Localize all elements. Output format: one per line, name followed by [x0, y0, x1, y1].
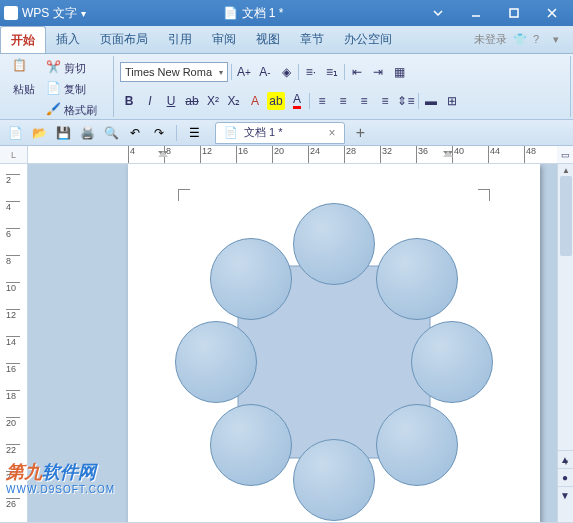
- quick-access-bar: 📄 📂 💾 🖨️ 🔍 ↶ ↷ ☰ 📄 文档 1 * × +: [0, 120, 573, 146]
- italic-button[interactable]: I: [141, 92, 159, 110]
- scroll-thumb-v[interactable]: [560, 176, 572, 256]
- border-button[interactable]: ▦: [390, 63, 408, 81]
- doc-tab-label: 文档 1 *: [244, 125, 283, 140]
- help-icon[interactable]: ?: [533, 33, 547, 47]
- close-button[interactable]: [535, 3, 569, 23]
- menu-item-5[interactable]: 视图: [246, 26, 290, 53]
- menu-item-7[interactable]: 办公空间: [334, 26, 402, 53]
- format-painter-button[interactable]: 🖌️ 格式刷: [46, 100, 97, 120]
- underline-button[interactable]: U: [162, 92, 180, 110]
- ruler-corner[interactable]: L: [0, 146, 28, 163]
- font-name-combo[interactable]: Times New Roma ▾: [120, 62, 228, 82]
- menu-item-1[interactable]: 插入: [46, 26, 90, 53]
- menu-dropdown-icon[interactable]: ▾: [553, 33, 567, 47]
- watermark-text: 第九软件网: [6, 462, 96, 482]
- copy-button[interactable]: 📄 复制: [46, 79, 97, 99]
- ruler-tick: 12: [200, 146, 212, 163]
- app-name: WPS 文字: [22, 5, 77, 22]
- watermark-url: WWW.D9SOFT.COM: [6, 484, 115, 495]
- skin-icon[interactable]: 👕: [513, 33, 527, 47]
- copy-icon: 📄: [46, 81, 62, 97]
- grow-font-button[interactable]: A+: [235, 63, 253, 81]
- ruler-icon: ▭: [561, 150, 570, 160]
- page[interactable]: [128, 164, 540, 522]
- diagram-node-7[interactable]: [210, 238, 292, 320]
- print-preview-button[interactable]: 🔍: [102, 124, 120, 142]
- redo-button[interactable]: ↷: [150, 124, 168, 142]
- indent-marker[interactable]: [158, 147, 168, 161]
- vertical-scrollbar[interactable]: ▲ ▼ ▲ ● ▼: [557, 164, 573, 522]
- ribbon-collapse-button[interactable]: [421, 3, 455, 23]
- diagram-node-4[interactable]: [293, 439, 375, 521]
- align-justify-button[interactable]: ≡: [376, 92, 394, 110]
- menu-item-4[interactable]: 审阅: [202, 26, 246, 53]
- menu-item-3[interactable]: 引用: [158, 26, 202, 53]
- font-color-button[interactable]: A: [288, 92, 306, 110]
- diagram-node-5[interactable]: [210, 404, 292, 486]
- bold-button[interactable]: B: [120, 92, 138, 110]
- doc-icon: 📄: [223, 6, 238, 20]
- line-spacing-button[interactable]: ⇕≡: [397, 92, 415, 110]
- wps-menu-button[interactable]: ☰: [185, 124, 203, 142]
- diagram-node-0[interactable]: [293, 203, 375, 285]
- next-page-button[interactable]: ▼: [557, 486, 573, 504]
- highlight-button[interactable]: ab: [267, 92, 285, 110]
- title-bar: WPS 文字 ▾ 📄 文档 1 *: [0, 0, 573, 26]
- smartart-diagram[interactable]: [166, 194, 502, 522]
- scroll-up-button[interactable]: ▲: [558, 164, 573, 176]
- new-doc-button[interactable]: 📄: [6, 124, 24, 142]
- save-button[interactable]: 💾: [54, 124, 72, 142]
- shrink-font-button[interactable]: A-: [256, 63, 274, 81]
- menu-item-0[interactable]: 开始: [0, 26, 46, 53]
- chevron-down-icon: ▾: [219, 68, 223, 77]
- ruler-area: L 4812162024283236404448 ▭: [0, 146, 573, 164]
- ruler-vtick: 12: [6, 309, 20, 320]
- maximize-button[interactable]: [497, 3, 531, 23]
- strike-button[interactable]: ab: [183, 92, 201, 110]
- print-button[interactable]: 🖨️: [78, 124, 96, 142]
- doc-tab-icon: 📄: [224, 126, 238, 139]
- diagram-node-6[interactable]: [175, 321, 257, 403]
- clipboard-group: 📋 粘贴 ✂️ 剪切 📄 复制 🖌️ 格式刷: [2, 56, 114, 117]
- indent-marker[interactable]: [443, 147, 453, 161]
- align-left-button[interactable]: ≡: [313, 92, 331, 110]
- superscript-button[interactable]: X²: [204, 92, 222, 110]
- char-effects-button[interactable]: A: [246, 92, 264, 110]
- shading-button[interactable]: ▬: [422, 92, 440, 110]
- ruler-tick: 16: [236, 146, 248, 163]
- ruler-vtick: 22: [6, 444, 20, 455]
- scissors-icon: ✂️: [46, 60, 62, 76]
- document-tab[interactable]: 📄 文档 1 * ×: [215, 122, 345, 144]
- minimize-button[interactable]: [459, 3, 493, 23]
- browse-object-button[interactable]: ●: [557, 468, 573, 486]
- indent-inc-button[interactable]: ⇥: [369, 63, 387, 81]
- align-right-button[interactable]: ≡: [355, 92, 373, 110]
- open-button[interactable]: 📂: [30, 124, 48, 142]
- paste-button[interactable]: 📋 粘贴: [6, 58, 42, 120]
- numbering-button[interactable]: ≡₁: [323, 63, 341, 81]
- ruler-toggle-button[interactable]: ▭: [557, 146, 573, 163]
- horizontal-ruler[interactable]: 4812162024283236404448: [28, 146, 557, 163]
- close-tab-button[interactable]: ×: [329, 126, 336, 140]
- diagram-node-2[interactable]: [411, 321, 493, 403]
- menu-item-6[interactable]: 章节: [290, 26, 334, 53]
- subscript-button[interactable]: X₂: [225, 92, 243, 110]
- prev-page-button[interactable]: ▲: [557, 450, 573, 468]
- ruler-vtick: 18: [6, 390, 20, 401]
- cut-button[interactable]: ✂️ 剪切: [46, 58, 97, 78]
- clear-format-button[interactable]: ◈: [277, 63, 295, 81]
- bullets-button[interactable]: ≡·: [302, 63, 320, 81]
- new-tab-button[interactable]: +: [351, 123, 371, 143]
- login-status[interactable]: 未登录: [474, 32, 507, 47]
- ruler-vtick: 26: [6, 498, 20, 509]
- ruler-vtick: 10: [6, 282, 20, 293]
- tabs-button[interactable]: ⊞: [443, 92, 461, 110]
- ruler-tick: 36: [416, 146, 428, 163]
- undo-button[interactable]: ↶: [126, 124, 144, 142]
- indent-dec-button[interactable]: ⇤: [348, 63, 366, 81]
- diagram-node-1[interactable]: [376, 238, 458, 320]
- ruler-vtick: 4: [6, 201, 20, 212]
- ruler-vtick: 6: [6, 228, 20, 239]
- menu-item-2[interactable]: 页面布局: [90, 26, 158, 53]
- align-center-button[interactable]: ≡: [334, 92, 352, 110]
